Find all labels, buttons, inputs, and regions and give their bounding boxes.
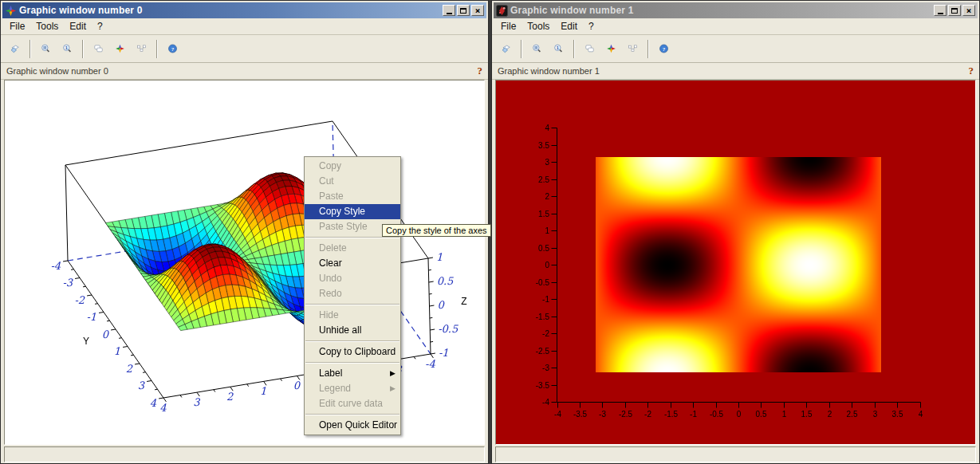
submenu-arrow-icon: ▶ [390,381,396,396]
menu-item-label[interactable]: Label▶ [305,366,400,381]
rotate-button[interactable] [495,38,517,60]
minimize-icon [447,13,452,14]
toolbar-separator [521,40,522,58]
menu-help[interactable]: ? [92,19,108,33]
help-icon: ? [167,40,178,57]
maximize-button[interactable] [948,5,961,16]
zoom-area-icon [41,40,51,57]
menu-item-undo[interactable]: Undo [305,271,400,286]
datatips-button[interactable] [131,38,152,60]
menu-separator [305,340,399,342]
menu-item-paste[interactable]: Paste [305,189,400,204]
menu-item-delete[interactable]: Delete [305,241,400,256]
menu-item-copy-style[interactable]: Copy Style [305,204,400,219]
infobar: Graphic window number 1 ? [492,63,979,80]
menu-separator [305,414,399,415]
menu-item-clear[interactable]: Clear [305,256,400,271]
window-title: Graphic window number 0 [19,5,443,16]
maximize-button[interactable] [457,5,470,16]
close-button[interactable]: × [471,5,484,16]
tooltip: Copy the style of the axes [382,224,491,237]
datatips-button[interactable] [622,38,643,60]
menu-item-redo[interactable]: Redo [305,286,400,301]
edit-graphic-icon [93,40,104,57]
menu-item-edit-curve-data[interactable]: Edit curve data [305,396,400,411]
toolbar-separator [647,40,649,58]
menu-separator [305,362,399,364]
menu-item-cut[interactable]: Cut [305,174,400,189]
zoom-one-button[interactable]: 1 [57,38,78,60]
toolbar: 1? [492,35,979,63]
toolbar-separator [573,40,575,58]
zoom-area-button[interactable] [35,38,57,60]
toolbar: 1? [1,35,488,63]
menu-file[interactable]: File [4,19,30,33]
close-button[interactable]: × [962,5,975,16]
menu-item-hide[interactable]: Hide [305,308,400,323]
close-icon: × [475,6,481,15]
menu-separator [305,304,399,305]
menu-item-copy[interactable]: Copy [305,159,400,174]
help-button[interactable]: ? [653,38,675,60]
minimize-button[interactable] [443,5,455,16]
minimize-button[interactable] [934,5,947,16]
colormap-icon [606,40,616,57]
edit-graphic-button[interactable] [88,38,109,60]
titlebar[interactable]: Graphic window number 0 × [2,2,486,18]
menu-tools[interactable]: Tools [30,19,64,33]
datatips-icon [136,40,147,57]
infobar: Graphic window number 0 ? [1,63,488,80]
maximize-icon [460,8,466,14]
menubar: File Tools Edit ? [1,18,488,35]
context-menu: CopyCutPasteCopy StylePaste StyleDeleteC… [304,156,401,435]
menubar: File Tools Edit ? [492,18,979,35]
statusbar-field [495,446,976,462]
infobar-label: Graphic window number 1 [498,66,969,76]
menu-item-open-quick-editor[interactable]: Open Quick Editor [305,418,400,433]
zoom-one-icon: 1 [62,40,73,57]
menu-help[interactable]: ? [583,19,600,33]
statusbar-field [4,446,485,462]
rotate-icon [501,40,511,57]
rotate-button[interactable] [4,38,26,60]
menu-tools[interactable]: Tools [521,19,555,33]
edit-graphic-icon [584,40,595,57]
colormap-icon [115,40,125,57]
menu-item-legend[interactable]: Legend▶ [305,381,400,396]
menu-item-copy-to-clipboard[interactable]: Copy to Clipboard [305,344,400,360]
menu-edit[interactable]: Edit [64,19,92,33]
colormap-button[interactable] [109,38,131,60]
infobar-help-icon[interactable]: ? [478,65,483,77]
zoom-area-icon [532,40,542,57]
toolbar-separator [156,40,158,58]
titlebar[interactable]: Graphic window number 1 × [494,2,978,18]
help-button[interactable]: ? [162,38,183,60]
edit-graphic-button[interactable] [579,38,600,60]
svg-text:?: ? [663,46,666,53]
surface-plot-canvas[interactable] [5,81,484,444]
graphic-window-1: Graphic window number 1 × File Tools Edi… [491,0,980,464]
zoom-one-icon: 1 [553,40,564,57]
infobar-label: Graphic window number 0 [6,66,478,76]
close-icon: × [966,6,972,15]
rotate-icon [10,40,20,57]
datatips-icon [628,40,638,57]
infobar-help-icon[interactable]: ? [969,65,974,77]
maximize-icon [951,8,958,14]
menu-file[interactable]: File [495,19,521,33]
window-title: Graphic window number 1 [510,5,934,16]
colormap-button[interactable] [600,38,622,60]
surface-plot-area [4,80,485,445]
scilab-graphic-icon [5,5,17,17]
minimize-icon [938,13,943,14]
statusbar [4,446,485,462]
zoom-area-button[interactable] [526,38,548,60]
menu-edit[interactable]: Edit [555,19,583,33]
heatmap-canvas[interactable] [496,81,975,444]
svg-text:?: ? [171,46,175,53]
heatmap-plot-area [495,80,976,445]
submenu-arrow-icon: ▶ [390,366,396,381]
toolbar-separator [30,40,31,58]
zoom-one-button[interactable]: 1 [548,38,569,60]
menu-item-unhide-all[interactable]: Unhide all [305,323,400,338]
